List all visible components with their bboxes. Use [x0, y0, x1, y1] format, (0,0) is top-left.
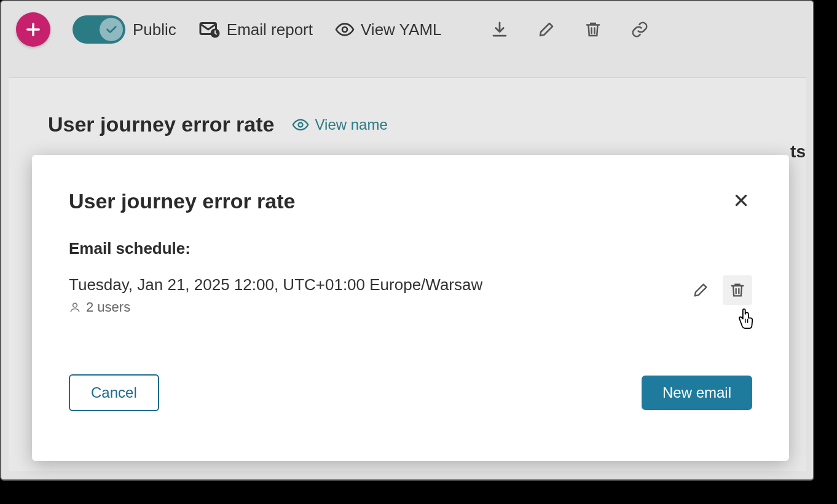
eye-icon	[335, 20, 355, 39]
email-schedule-label: Email schedule:	[69, 239, 752, 258]
cancel-button[interactable]: Cancel	[69, 374, 159, 411]
user-icon	[69, 301, 81, 313]
download-button[interactable]	[486, 16, 513, 43]
mail-clock-icon	[198, 18, 221, 41]
svg-point-3	[298, 122, 302, 127]
public-label: Public	[133, 20, 176, 39]
modal-title: User journey error rate	[69, 189, 296, 213]
edit-button[interactable]	[533, 16, 560, 43]
page-title: User journey error rate	[48, 112, 275, 136]
pencil-icon	[692, 282, 709, 299]
link-button[interactable]	[626, 16, 653, 43]
schedule-users-label: 2 users	[86, 299, 130, 315]
schedule-row: Tuesday, Jan 21, 2025 12:00, UTC+01:00 E…	[69, 275, 752, 315]
toolbar: Public Email report View YAML	[1, 1, 813, 58]
email-report-button[interactable]: Email report	[198, 18, 313, 41]
svg-point-4	[73, 303, 77, 307]
check-icon	[104, 23, 118, 36]
schedule-info: Tuesday, Jan 21, 2025 12:00, UTC+01:00 E…	[69, 275, 686, 315]
trash-icon	[584, 20, 602, 39]
page-header: User journey error rate View name	[48, 112, 766, 136]
schedule-actions	[686, 275, 752, 305]
modal-footer: Cancel New email	[69, 374, 752, 411]
new-email-button[interactable]: New email	[642, 376, 752, 410]
close-button[interactable]	[730, 189, 752, 211]
pencil-icon	[537, 20, 556, 39]
public-toggle-wrap: Public	[73, 15, 176, 44]
toggle-knob	[100, 18, 123, 41]
view-yaml-label: View YAML	[361, 20, 442, 39]
link-icon	[631, 20, 649, 39]
modal-header: User journey error rate	[69, 189, 752, 213]
plus-icon	[25, 21, 42, 38]
public-toggle[interactable]	[73, 15, 125, 44]
toolbar-icon-row	[486, 16, 653, 43]
close-icon	[733, 192, 749, 208]
view-name-label: View name	[315, 116, 388, 133]
partial-side-text: ts	[790, 142, 806, 162]
eye-icon	[292, 116, 309, 133]
app-window: Public Email report View YAML	[0, 0, 814, 481]
svg-point-2	[342, 27, 347, 32]
trash-icon	[729, 282, 746, 299]
delete-button[interactable]	[580, 16, 607, 43]
schedule-datetime: Tuesday, Jan 21, 2025 12:00, UTC+01:00 E…	[69, 275, 686, 294]
email-report-label: Email report	[227, 20, 313, 39]
view-yaml-button[interactable]: View YAML	[335, 20, 442, 39]
add-button[interactable]	[16, 12, 50, 47]
delete-schedule-button[interactable]	[723, 275, 752, 305]
view-name-link[interactable]: View name	[292, 116, 388, 133]
email-schedule-modal: User journey error rate Email schedule: …	[32, 155, 789, 461]
schedule-users: 2 users	[69, 299, 686, 315]
download-icon	[490, 20, 509, 39]
edit-schedule-button[interactable]	[686, 275, 715, 305]
